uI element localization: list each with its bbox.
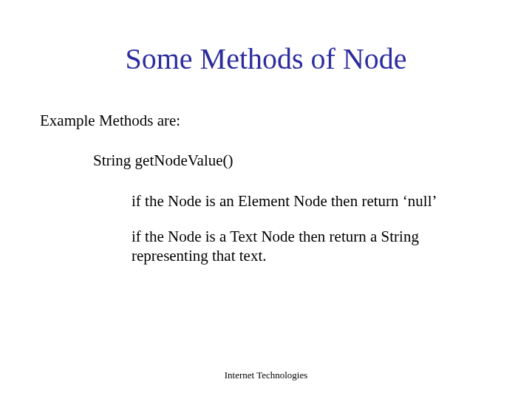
slide-footer: Internet Technologies <box>0 369 532 381</box>
slide-title: Some Methods of Node <box>0 41 532 76</box>
slide-body: Example Methods are: String getNodeValue… <box>40 111 492 282</box>
body-text-desc1: if the Node is an Element Node then retu… <box>132 191 492 211</box>
body-text-intro: Example Methods are: <box>40 111 492 130</box>
body-text-method: String getNodeValue() <box>93 151 492 170</box>
slide: Some Methods of Node Example Methods are… <box>0 0 532 399</box>
body-text-desc2: if the Node is a Text Node then return a… <box>132 227 492 266</box>
